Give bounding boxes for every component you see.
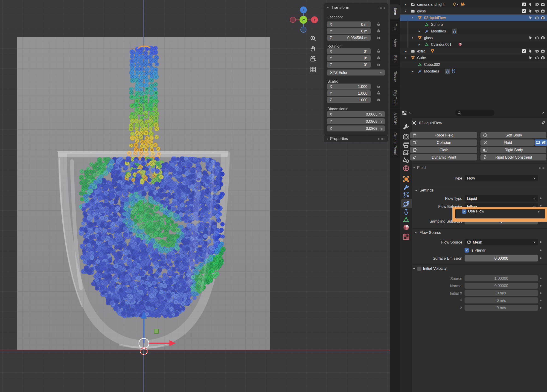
expand-toggle[interactable]: ▼ (411, 37, 414, 39)
eye-toggle-icon[interactable] (534, 2, 539, 7)
expand-toggle[interactable]: ▼ (404, 10, 408, 13)
animate-dot[interactable] (540, 285, 541, 287)
rotation-mode-dropdown[interactable]: XYZ Euler (327, 69, 385, 75)
navigation-axis-gizmo[interactable]: Z X -Y (289, 6, 319, 35)
flow-type-dropdown[interactable]: Liquid (465, 195, 538, 202)
location-z-field[interactable]: Z0.034584 m (327, 35, 371, 41)
camera-toggle-icon[interactable] (540, 9, 545, 13)
velocity-row-slider[interactable]: 0.00000 (465, 283, 538, 289)
sidebar-tab-view[interactable]: View (390, 35, 400, 50)
properties-tab-particles[interactable] (402, 191, 410, 198)
unlock-icon[interactable] (377, 29, 381, 33)
panel-grip[interactable] (378, 138, 385, 140)
dimensions-z-field[interactable]: Z0.0865 m (327, 125, 385, 131)
properties-tab-world[interactable] (402, 165, 410, 172)
expand-toggle[interactable]: ▶ (404, 3, 408, 6)
cursor-toggle-icon[interactable] (528, 2, 533, 7)
initial-velocity-section-header[interactable]: Initial Velocity (412, 265, 447, 272)
unlock-icon[interactable] (377, 49, 381, 54)
physics-button-soft-body[interactable]: Soft Body (480, 132, 546, 138)
sidebar-tab-tissue[interactable]: Tissue (390, 67, 400, 86)
cursor-toggle-icon[interactable] (528, 15, 533, 20)
fluid-panel-header[interactable]: Fluid (412, 164, 426, 171)
scale-y-field[interactable]: Y1.000 (327, 90, 371, 96)
animate-dot[interactable] (538, 211, 539, 212)
cursor-toggle-icon[interactable] (528, 9, 533, 13)
scale-x-field[interactable]: X1.000 (327, 84, 371, 89)
properties-tab-output[interactable] (402, 141, 410, 149)
unlock-icon[interactable] (377, 91, 381, 95)
camera-toggle-icon[interactable] (540, 15, 545, 20)
settings-section-header[interactable]: Settings (414, 187, 433, 194)
expand-toggle[interactable]: ▼ (404, 57, 408, 59)
animate-dot[interactable] (540, 257, 541, 259)
sidebar-tab-rig-tools[interactable]: Rig Tools (390, 88, 400, 108)
fluid-viewport-toggle[interactable] (535, 140, 541, 146)
properties-tab-material[interactable] (402, 224, 410, 231)
use-flow-checkbox[interactable]: ✓ (462, 209, 466, 214)
unlock-icon[interactable] (377, 84, 381, 89)
checkbox-toggle-icon[interactable] (522, 2, 526, 7)
outliner-row[interactable]: ▼02-liquidFlow (400, 14, 547, 21)
chevron-down-icon[interactable] (327, 6, 330, 9)
outliner-row[interactable]: ▼glass (400, 34, 547, 41)
outliner-row[interactable]: ▶Modifiers (400, 68, 547, 74)
camera-toggle-icon[interactable] (540, 49, 545, 54)
velocity-row-slider[interactable]: 0 m/s (465, 297, 538, 303)
pin-icon[interactable] (541, 120, 546, 125)
viewport-camera-view-button[interactable] (309, 55, 317, 64)
expand-toggle[interactable]: ▶ (404, 50, 408, 53)
physics-button-fluid[interactable]: Fluid (480, 140, 534, 146)
cursor-toggle-icon[interactable] (528, 55, 533, 60)
physics-button-rigid-body[interactable]: Rigid Body (480, 147, 546, 153)
animate-dot[interactable] (540, 307, 541, 309)
flow-source-section-header[interactable]: Flow Source (414, 229, 441, 236)
properties-tab-view-layer[interactable] (402, 149, 410, 156)
animate-dot[interactable] (540, 292, 541, 294)
cursor-toggle-icon[interactable] (528, 49, 533, 54)
is-planar-checkbox[interactable]: ✓ (465, 248, 469, 252)
velocity-row-slider[interactable]: 0 m/s (465, 290, 538, 296)
viewport-toggle-projection-button[interactable] (309, 65, 317, 74)
viewport-pan-hand-button[interactable] (309, 44, 317, 53)
expand-toggle[interactable]: ▶ (411, 70, 414, 73)
eye-toggle-icon[interactable] (534, 49, 539, 54)
animate-dot[interactable] (540, 197, 541, 199)
properties-tab-physics[interactable] (402, 200, 410, 207)
outliner-row[interactable]: ▶extra (400, 48, 547, 54)
animate-dot[interactable] (540, 300, 541, 301)
eye-toggle-icon[interactable] (534, 15, 539, 20)
physics-button-rigid-body-constraint[interactable]: Rigid Body Constraint (480, 154, 546, 160)
surface-emission-slider[interactable]: 0.00000 (465, 255, 538, 262)
outliner-row[interactable]: Sphere (400, 21, 547, 28)
camera-toggle-icon[interactable] (540, 55, 545, 60)
eye-toggle-icon[interactable] (534, 35, 539, 40)
viewport-zoom-button[interactable] (309, 34, 317, 43)
expand-toggle[interactable]: ▶ (418, 30, 421, 33)
expand-toggle[interactable]: ▼ (411, 17, 414, 19)
dimensions-x-field[interactable]: X0.0865 m (327, 111, 385, 117)
outliner-row[interactable]: ▼Cube (400, 54, 547, 61)
physics-button-collision[interactable]: Collision (410, 140, 477, 146)
sidebar-tab-tool[interactable]: Tool (390, 20, 400, 34)
properties-tab-tool[interactable] (402, 123, 410, 130)
animate-dot[interactable] (540, 205, 541, 206)
outliner-row[interactable]: ▶Modifiers (400, 28, 547, 34)
sidebar-tab-grease-pencil[interactable]: Grease Pencil (390, 129, 400, 158)
sidebar-tab-a-mdh[interactable]: A-MDH (390, 109, 400, 128)
properties-tab-object[interactable] (402, 176, 410, 183)
location-y-field[interactable]: Y0 m (327, 28, 371, 34)
properties-tab-modifiers[interactable] (402, 184, 410, 191)
properties-tab-texture[interactable] (402, 233, 410, 241)
panel-grip[interactable] (539, 167, 546, 169)
eye-toggle-icon[interactable] (534, 9, 539, 13)
checkbox-toggle-icon[interactable] (522, 49, 526, 54)
velocity-row-slider[interactable]: 1.00000 (465, 275, 538, 281)
properties-subpanel-collapsed[interactable]: ▸ Properties (324, 135, 388, 142)
rotation-x-field[interactable]: X0° (327, 48, 371, 54)
camera-toggle-icon[interactable] (540, 2, 545, 7)
editor-type-chevron-icon[interactable] (409, 111, 412, 115)
editor-type-icon[interactable] (402, 110, 407, 116)
sidebar-tab-edit[interactable]: Edit (390, 52, 400, 65)
flow-source-dropdown[interactable]: Mesh (465, 239, 538, 245)
